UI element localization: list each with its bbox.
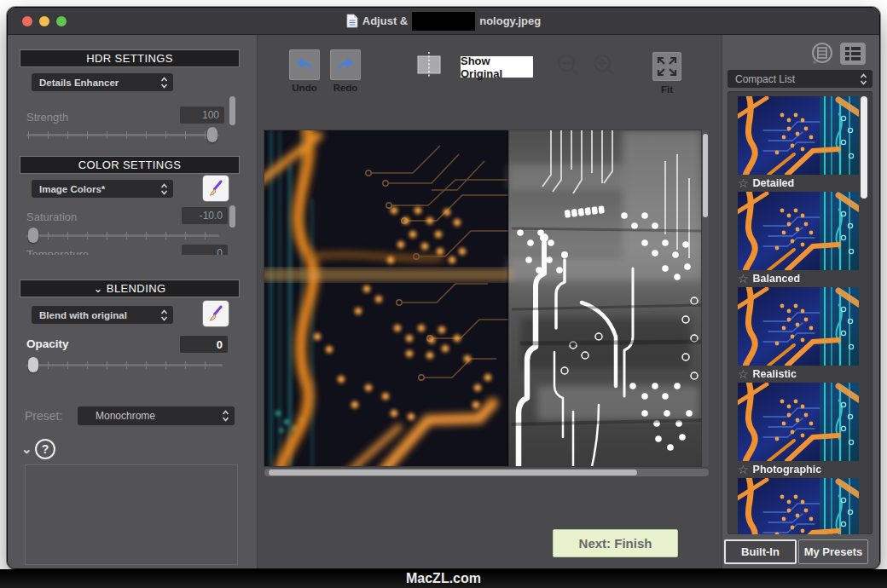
circuit-board-artwork [264, 130, 701, 466]
preview-image[interactable] [264, 130, 701, 466]
hdr-settings-header[interactable]: HDR SETTINGS [20, 49, 240, 67]
traffic-lights [22, 16, 67, 26]
blend-brush-button[interactable] [203, 301, 229, 326]
brush-icon [206, 179, 225, 198]
strength-label: Strength [26, 111, 68, 124]
preset-thumbnail [738, 287, 859, 366]
filmstrip-icon [809, 41, 835, 66]
preview-area: Undo Redo Show Original [257, 35, 722, 569]
preset-item-realistic[interactable]: ☆ Realistic [738, 287, 859, 383]
hdr-section-scrollbar[interactable] [229, 96, 235, 125]
blend-mode-dropdown[interactable]: Blend with original [32, 306, 173, 324]
horizontal-scroll-thumb[interactable] [269, 470, 637, 476]
preset-name: Photographic [753, 464, 822, 476]
preset-item-partial[interactable]: ☆ [738, 478, 859, 534]
preview-vertical-scrollbar[interactable] [702, 130, 709, 466]
star-icon[interactable]: ☆ [738, 463, 749, 476]
preset-list-scrollbar[interactable] [861, 96, 867, 199]
preset-item-balanced[interactable]: ☆ Balanced [738, 192, 859, 287]
redo-label: Redo [320, 83, 371, 93]
vertical-scroll-thumb[interactable] [703, 134, 708, 217]
document-icon [346, 14, 358, 28]
title-redaction-box [412, 12, 475, 31]
window-title: Adjust & nology.jpeg [346, 12, 541, 31]
title-bar: Adjust & nology.jpeg [8, 8, 879, 35]
preset-label: Preset: [25, 409, 62, 423]
saturation-label: Saturation [26, 210, 77, 223]
blend-mode-value: Blend with original [39, 310, 157, 320]
hdr-method-value: Details Enhancer [39, 78, 157, 88]
brush-icon [206, 304, 225, 323]
settings-sidebar: HDR SETTINGS Details Enhancer Strength 1… [8, 35, 257, 569]
opacity-label: Opacity [26, 337, 69, 350]
temperature-label: Temperature [26, 248, 89, 255]
next-finish-button[interactable]: Next: Finish [553, 529, 678, 557]
preset-item-photographic[interactable]: ☆ Photographic [738, 383, 859, 478]
filmstrip-view-button[interactable] [809, 41, 835, 66]
split-preview-icon [415, 50, 444, 79]
temperature-value-field[interactable]: 0 [182, 245, 228, 255]
preset-name: Balanced [753, 273, 801, 285]
preset-dropdown[interactable]: Monochrome [78, 406, 235, 425]
hdr-method-dropdown[interactable]: Details Enhancer [32, 73, 173, 91]
saturation-slider[interactable] [26, 228, 219, 243]
split-preview-button[interactable] [415, 50, 444, 79]
zoom-out-button[interactable] [554, 52, 582, 79]
stepper-icon [160, 183, 168, 195]
stepper-icon [860, 73, 867, 85]
opacity-slider[interactable] [26, 357, 223, 372]
opacity-value-field[interactable]: 0 [180, 336, 228, 353]
preset-list: ☆ Detailed ☆ Balanced ☆ Realistic [728, 91, 873, 534]
tab-built-in[interactable]: Built-In [724, 539, 797, 564]
color-mode-value: Image Colors* [39, 184, 157, 194]
window-title-prefix: Adjust & [362, 14, 408, 27]
list-view-icon [840, 43, 866, 65]
window-title-suffix: nology.jpeg [479, 14, 541, 27]
redo-arrow-icon [334, 54, 357, 76]
undo-button[interactable] [289, 49, 320, 80]
preset-value: Monochrome [85, 410, 218, 422]
zoom-button[interactable] [56, 16, 67, 26]
help-button[interactable]: ? [35, 439, 55, 459]
presets-sidebar: Compact List ☆ Detailed ☆ Balanced [722, 35, 880, 569]
strength-value-field[interactable]: 100 [180, 107, 224, 124]
preview-horizontal-scrollbar[interactable] [264, 469, 709, 476]
saturation-slider-thumb[interactable] [28, 228, 38, 243]
fit-button[interactable] [652, 52, 681, 81]
preset-item-detailed[interactable]: ☆ Detailed [738, 96, 859, 192]
preset-name: Realistic [753, 368, 797, 380]
close-button[interactable] [22, 16, 32, 26]
minimize-button[interactable] [39, 16, 49, 26]
show-original-button[interactable]: Show Original [461, 56, 533, 78]
stepper-icon [222, 410, 229, 422]
color-settings-header[interactable]: COLOR SETTINGS [20, 156, 240, 174]
star-icon[interactable]: ☆ [738, 176, 749, 190]
zoom-in-button[interactable] [590, 52, 617, 79]
opacity-slider-thumb[interactable] [28, 357, 38, 372]
preset-view-dropdown[interactable]: Compact List [728, 70, 873, 88]
app-window: Adjust & nology.jpeg HDR SETTINGS Detail… [7, 7, 880, 569]
preset-thumbnail [738, 383, 859, 461]
preset-thumbnail [738, 478, 859, 534]
star-icon[interactable]: ☆ [738, 367, 749, 381]
strength-slider-thumb[interactable] [207, 127, 217, 142]
collapse-chevron-icon[interactable]: ⌄ [21, 441, 32, 457]
redo-button[interactable] [330, 49, 361, 80]
description-panel [25, 464, 238, 565]
preset-thumbnail [738, 96, 859, 175]
strength-slider[interactable] [26, 127, 219, 142]
zoom-in-icon [590, 52, 617, 79]
star-icon[interactable]: ☆ [738, 272, 749, 285]
blending-header[interactable]: ⌄ BLENDING [20, 280, 240, 297]
color-settings-viewport: Saturation -10.0 Temperature 0 [8, 202, 257, 255]
color-brush-button[interactable] [203, 176, 229, 201]
color-mode-dropdown[interactable]: Image Colors* [32, 180, 173, 198]
saturation-value-field[interactable]: -10.0 [182, 207, 228, 224]
zoom-out-icon [554, 52, 582, 79]
color-section-scrollbar[interactable] [229, 205, 235, 228]
stepper-icon [160, 77, 168, 89]
watermark-text: MacZL.com [406, 571, 481, 586]
fit-icon [656, 55, 678, 78]
tab-my-presets[interactable]: My Presets [798, 539, 868, 564]
list-view-button[interactable] [840, 43, 866, 65]
